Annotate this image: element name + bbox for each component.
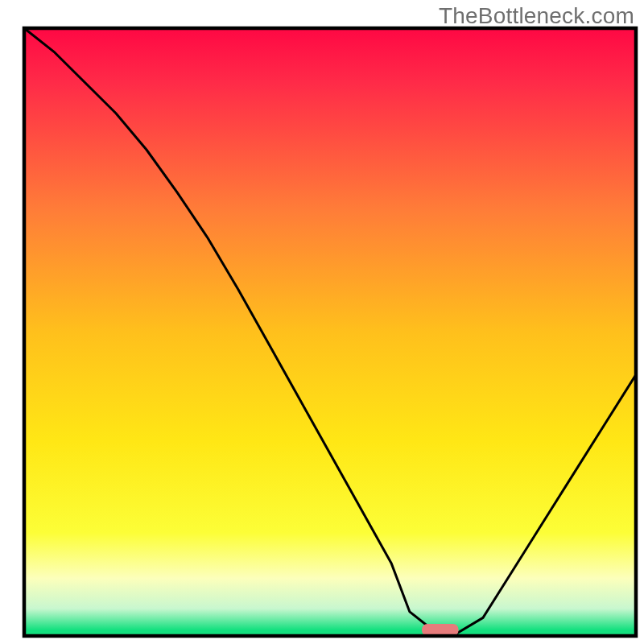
- chart-frame: TheBottleneck.com: [0, 0, 644, 644]
- watermark-text: TheBottleneck.com: [439, 3, 634, 29]
- bottleneck-curve-chart: [0, 0, 644, 644]
- gradient-background: [24, 28, 636, 636]
- optimal-zone-marker: [422, 624, 459, 636]
